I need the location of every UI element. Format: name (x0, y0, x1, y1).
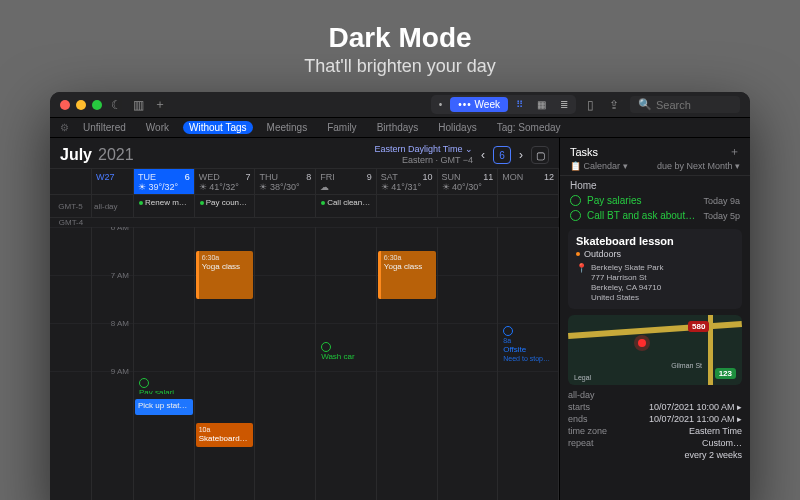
calendar-nav-extra[interactable]: ▢ (531, 146, 549, 164)
day-header[interactable]: SAT10☀︎ 41°/31° (377, 169, 438, 194)
allday-event[interactable]: Renew m… (136, 197, 192, 208)
tasks-title: Tasks (570, 146, 598, 158)
map-street-label: Gilman St (671, 362, 702, 369)
allday-cell[interactable] (438, 195, 499, 217)
tz-left-label: GMT-5 (50, 195, 92, 217)
hour-label: 9 AM (111, 367, 129, 376)
day-header[interactable]: MON12 (498, 169, 559, 194)
filter-settings-icon[interactable]: ⚙︎ (60, 122, 69, 133)
task-checkbox[interactable] (570, 195, 581, 206)
task-checkbox[interactable] (570, 210, 581, 221)
allday-event[interactable]: Pay coun… (197, 197, 253, 208)
tz-right-label: GMT-4 (50, 218, 92, 227)
view-list-button[interactable]: ≣ (554, 97, 574, 112)
inspector-row[interactable]: ends10/07/2021 11:00 AM ▸ (568, 413, 742, 425)
tasks-sort-selector[interactable]: 📋 Calendar ▾ (570, 161, 628, 171)
day-col[interactable]: 6:30aYoga class10aSkateboard… (195, 227, 256, 500)
prev-week-button[interactable]: ‹ (479, 148, 487, 162)
allday-cell[interactable] (498, 195, 559, 217)
day-col[interactable]: 6:30aYoga class (377, 227, 438, 500)
filter-chip[interactable]: Unfiltered (77, 121, 132, 134)
day-col[interactable]: 8aOffsiteNeed to stop… (498, 227, 559, 500)
tasks-sidebar: Tasks ＋ 📋 Calendar ▾ due by Next Month ▾… (560, 138, 750, 500)
add-task-button[interactable]: ＋ (729, 144, 740, 159)
day-header[interactable]: FRI9☁︎ (316, 169, 377, 194)
timezone-selector[interactable]: Eastern Daylight Time ⌄ Eastern · GMT −4 (374, 144, 473, 166)
inspector-toggle-icon[interactable]: ▯ (582, 97, 598, 113)
allday-cell[interactable]: Call clean… (316, 195, 377, 217)
allday-event[interactable]: Call clean… (318, 197, 374, 208)
add-button[interactable]: ＋ (152, 97, 168, 113)
calendar-event[interactable]: Pay salari… (135, 375, 193, 395)
inspector-calendar[interactable]: Outdoors (576, 249, 621, 259)
calendar-event[interactable]: 8aOffsiteNeed to stop… (499, 323, 557, 419)
moon-icon[interactable]: ☾ (108, 97, 124, 113)
day-header-row: W27 TUE6☀︎ 39°/32°WED7☀︎ 41°/32°THU8☀︎ 3… (50, 168, 559, 195)
allday-label: all-day (92, 195, 134, 217)
inspector-location[interactable]: 📍 Berkeley Skate Park 777 Harrison St Be… (576, 263, 734, 303)
titlebar: ☾ ▥ ＋ • ••• Week ⠿ ▦ ≣ ▯ ⇪ 🔍 (50, 92, 750, 118)
day-header[interactable]: WED7☀︎ 41°/32° (195, 169, 256, 194)
map-preview[interactable]: 580 123 Gilman St Legal (568, 315, 742, 385)
inspector-row[interactable]: all-day (568, 389, 742, 401)
next-week-button[interactable]: › (517, 148, 525, 162)
app-window: ☾ ▥ ＋ • ••• Week ⠿ ▦ ≣ ▯ ⇪ 🔍 ⚙︎ (50, 92, 750, 500)
year-label: 2021 (98, 146, 134, 164)
sidebar-toggle-icon[interactable]: ▥ (130, 97, 146, 113)
allday-cell[interactable] (255, 195, 316, 217)
filter-chip[interactable]: Without Tags (183, 121, 253, 134)
task-item[interactable]: Call BT and ask about…Today 5p (560, 208, 750, 223)
window-zoom-button[interactable] (92, 100, 102, 110)
inspector-row[interactable]: every 2 weeks (568, 449, 742, 461)
view-month-button[interactable]: ▦ (531, 97, 552, 112)
hour-label: 8 AM (111, 319, 129, 328)
filter-chip[interactable]: Holidays (432, 121, 482, 134)
calendar-event[interactable]: 6:30aYoga class (378, 251, 436, 299)
day-col[interactable]: Wash car (316, 227, 377, 500)
day-header[interactable]: THU8☀︎ 38°/30° (255, 169, 316, 194)
view-day-button[interactable]: • (433, 97, 449, 112)
calendar-event[interactable]: Pick up stat… (135, 399, 193, 415)
view-grid4-button[interactable]: ⠿ (510, 97, 529, 112)
day-col[interactable] (255, 227, 316, 500)
hero-title: Dark Mode (0, 22, 800, 54)
day-col[interactable] (438, 227, 499, 500)
time-grid[interactable]: 6 AM7 AM8 AM9 AMPay salari…Pick up stat…… (50, 227, 559, 500)
filter-chip[interactable]: Family (321, 121, 362, 134)
route-shield: 123 (715, 368, 736, 379)
calendar-area: July 2021 Eastern Daylight Time ⌄ Easter… (50, 138, 560, 500)
filter-chip[interactable]: Work (140, 121, 175, 134)
filter-chip[interactable]: Tag: Someday (491, 121, 567, 134)
search-input[interactable] (656, 99, 726, 111)
hour-label: 7 AM (111, 271, 129, 280)
event-inspector: Skateboard lesson Outdoors 📍 Berkeley Sk… (568, 229, 742, 309)
allday-cell[interactable]: Renew m… (134, 195, 195, 217)
allday-cell[interactable]: Pay coun… (195, 195, 256, 217)
day-col[interactable]: Pay salari…Pick up stat… (134, 227, 195, 500)
allday-cell[interactable] (377, 195, 438, 217)
day-header[interactable]: SUN11☀︎ 40°/30° (438, 169, 499, 194)
tasks-due-filter[interactable]: due by Next Month ▾ (657, 161, 740, 171)
today-button[interactable]: 6 (493, 146, 511, 164)
calendar-event[interactable]: 6:30aYoga class (196, 251, 254, 299)
day-header[interactable]: TUE6☀︎ 39°/32° (134, 169, 195, 194)
window-minimize-button[interactable] (76, 100, 86, 110)
task-item[interactable]: Pay salariesToday 9a (560, 193, 750, 208)
window-close-button[interactable] (60, 100, 70, 110)
view-week-button[interactable]: ••• Week (450, 97, 508, 112)
calendar-header: July 2021 Eastern Daylight Time ⌄ Easter… (50, 138, 559, 168)
calendar-event[interactable]: Wash car (317, 339, 375, 363)
inspector-row[interactable]: time zoneEastern Time (568, 425, 742, 437)
tz-left-col (50, 169, 92, 194)
share-icon[interactable]: ⇪ (606, 97, 622, 113)
calendar-event[interactable]: 10aSkateboard… (196, 423, 254, 447)
month-label: July (60, 146, 92, 164)
inspector-row[interactable]: starts10/07/2021 10:00 AM ▸ (568, 401, 742, 413)
gutter-col (50, 227, 92, 500)
search-field[interactable]: 🔍 (630, 96, 740, 113)
inspector-row[interactable]: repeatCustom… (568, 437, 742, 449)
map-marker-icon (638, 339, 646, 347)
map-legal-link[interactable]: Legal (574, 374, 591, 381)
filter-chip[interactable]: Meetings (261, 121, 314, 134)
filter-chip[interactable]: Birthdays (371, 121, 425, 134)
